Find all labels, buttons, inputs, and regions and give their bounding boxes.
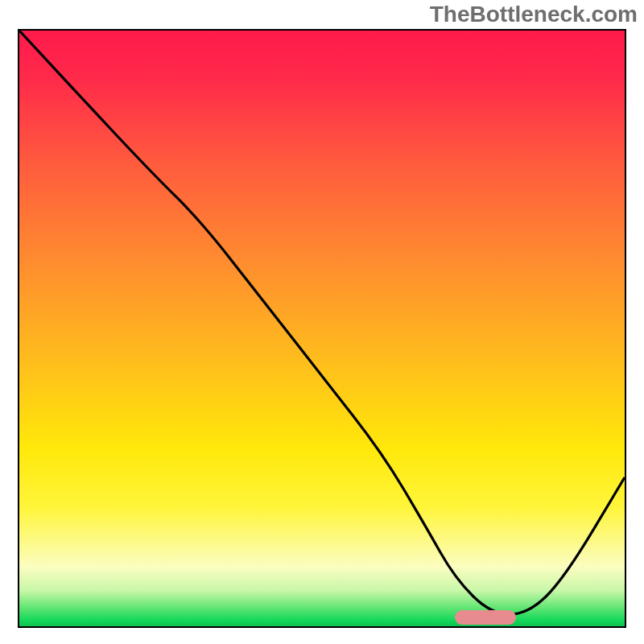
curve-layer xyxy=(19,31,625,626)
plot-area xyxy=(18,29,626,628)
bottleneck-chart: TheBottleneck.com xyxy=(0,0,644,644)
bottleneck-curve xyxy=(19,31,625,614)
sweet-spot-marker xyxy=(455,610,515,625)
watermark-text: TheBottleneck.com xyxy=(430,2,638,27)
